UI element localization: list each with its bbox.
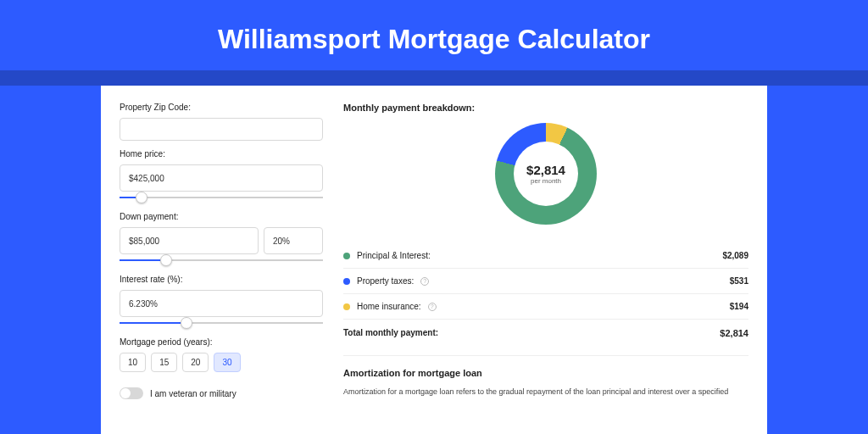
legend-row-taxes: Property taxes:? $531: [343, 269, 748, 294]
amortization-title: Amortization for mortgage loan: [343, 368, 748, 378]
home-price-input[interactable]: [120, 164, 323, 192]
total-label: Total monthly payment:: [343, 328, 438, 338]
legend: Principal & Interest: $2,089 Property ta…: [343, 243, 748, 347]
legend-row-principal: Principal & Interest: $2,089: [343, 243, 748, 269]
down-payment-input[interactable]: [120, 227, 259, 254]
page-title: Williamsport Mortgage Calculator: [0, 0, 868, 70]
donut-sublabel: per month: [531, 177, 561, 185]
total-value: $2,814: [720, 328, 748, 338]
period-label: Mortgage period (years):: [120, 337, 323, 347]
veteran-label: I am veteran or military: [150, 389, 236, 398]
dot-icon: [343, 303, 350, 310]
breakdown-title: Monthly payment breakdown:: [343, 103, 748, 113]
home-price-slider[interactable]: [120, 192, 323, 203]
legend-label: Home insurance:: [357, 302, 421, 311]
calculator-card: Property Zip Code: Home price: Down paym…: [101, 86, 767, 434]
info-icon[interactable]: ?: [428, 303, 437, 311]
period-btn-15[interactable]: 15: [151, 353, 177, 372]
amortization-text: Amortization for a mortgage loan refers …: [343, 387, 748, 398]
interest-rate-slider[interactable]: [120, 317, 323, 329]
accent-band: [0, 70, 868, 86]
down-payment-pct-input[interactable]: [264, 227, 323, 254]
legend-row-insurance: Home insurance:? $194: [343, 294, 748, 320]
veteran-toggle[interactable]: [120, 387, 143, 399]
total-row: Total monthly payment: $2,814: [343, 320, 748, 347]
period-btn-30[interactable]: 30: [214, 353, 240, 372]
zip-input[interactable]: [120, 118, 323, 141]
dot-icon: [343, 253, 350, 259]
legend-value: $2,089: [722, 251, 748, 260]
period-btn-10[interactable]: 10: [120, 353, 146, 372]
legend-label: Property taxes:: [357, 276, 414, 286]
interest-rate-input[interactable]: [120, 290, 323, 317]
dot-icon: [343, 278, 350, 285]
legend-value: $531: [730, 276, 748, 286]
donut-chart: $2,814 per month: [343, 123, 748, 225]
period-btn-20[interactable]: 20: [182, 353, 209, 372]
down-payment-label: Down payment:: [120, 212, 323, 221]
legend-value: $194: [730, 302, 748, 311]
breakdown-panel: Monthly payment breakdown: $2,814 per mo…: [343, 103, 748, 434]
down-payment-slider[interactable]: [120, 254, 323, 266]
form-panel: Property Zip Code: Home price: Down paym…: [120, 103, 323, 434]
donut-value: $2,814: [526, 163, 565, 177]
period-group: 10 15 20 30: [120, 353, 323, 372]
interest-rate-label: Interest rate (%):: [120, 275, 323, 284]
zip-label: Property Zip Code:: [120, 103, 323, 112]
amortization-section: Amortization for mortgage loan Amortizat…: [343, 355, 748, 398]
legend-label: Principal & Interest:: [357, 251, 431, 260]
home-price-label: Home price:: [120, 149, 323, 159]
info-icon[interactable]: ?: [420, 277, 429, 286]
